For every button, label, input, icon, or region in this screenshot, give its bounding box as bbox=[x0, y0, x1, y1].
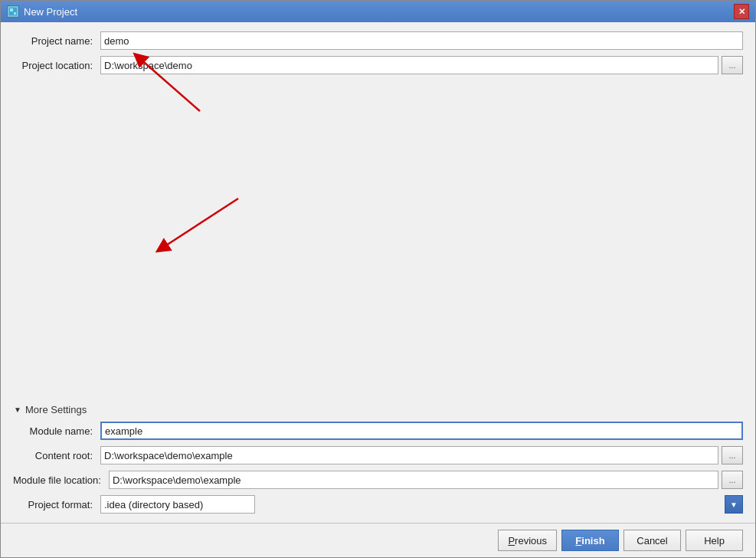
project-format-input[interactable] bbox=[100, 495, 255, 514]
project-name-label: Project name: bbox=[13, 35, 97, 47]
previous-button[interactable]: Previous bbox=[498, 530, 557, 551]
bottom-fields: ▼ More Settings Module name: Content roo… bbox=[1, 398, 755, 523]
content-root-input[interactable] bbox=[100, 446, 718, 464]
project-name-input[interactable] bbox=[100, 31, 743, 50]
module-file-location-row: Module file location: ... bbox=[13, 471, 743, 489]
middle-area bbox=[1, 80, 755, 398]
top-fields: Project name: Project location: ... bbox=[1, 22, 755, 80]
finish-button[interactable]: Finish bbox=[561, 530, 619, 551]
more-settings-label: More Settings bbox=[25, 404, 87, 415]
module-file-location-input[interactable] bbox=[109, 471, 718, 489]
previous-label: Previous bbox=[508, 535, 547, 547]
project-location-row: Project location: ... bbox=[13, 56, 743, 74]
svg-rect-1 bbox=[10, 8, 13, 11]
svg-rect-2 bbox=[14, 12, 16, 15]
project-location-label: Project location: bbox=[13, 60, 97, 71]
svg-line-4 bbox=[162, 199, 238, 248]
project-format-dropdown-button[interactable]: ▼ bbox=[725, 495, 743, 514]
project-format-row: Project format: ▼ bbox=[13, 495, 743, 514]
dialog-footer: Previous Finish Cancel Help bbox=[1, 523, 755, 557]
project-name-row: Project name: bbox=[13, 31, 743, 50]
module-name-label: Module name: bbox=[13, 425, 97, 437]
content-root-label: Content root: bbox=[13, 450, 97, 461]
dialog-window: New Project ✕ Project name: Project loca… bbox=[0, 0, 756, 558]
arrow-2 bbox=[123, 191, 261, 260]
project-location-input[interactable] bbox=[100, 56, 718, 74]
collapse-arrow-icon[interactable]: ▼ bbox=[13, 405, 22, 415]
window-icon bbox=[7, 5, 19, 18]
project-format-wrapper: ▼ bbox=[100, 495, 743, 514]
module-file-location-browse-button[interactable]: ... bbox=[722, 471, 743, 489]
cancel-button[interactable]: Cancel bbox=[623, 530, 681, 551]
finish-label: Finish bbox=[575, 535, 604, 547]
module-name-row: Module name: bbox=[13, 422, 743, 440]
help-button[interactable]: Help bbox=[686, 530, 743, 551]
content-root-browse-button[interactable]: ... bbox=[722, 446, 743, 464]
project-format-label: Project format: bbox=[13, 499, 97, 510]
module-file-location-label: Module file location: bbox=[13, 474, 106, 486]
module-name-input[interactable] bbox=[100, 422, 743, 440]
content-root-row: Content root: ... bbox=[13, 446, 743, 464]
title-bar-left: New Project bbox=[7, 5, 77, 18]
project-location-browse-button[interactable]: ... bbox=[722, 56, 743, 74]
more-settings-header: ▼ More Settings bbox=[13, 398, 743, 415]
close-button[interactable]: ✕ bbox=[734, 4, 749, 19]
window-title: New Project bbox=[24, 6, 77, 18]
title-bar: New Project ✕ bbox=[1, 1, 755, 22]
content-area: Project name: Project location: ... bbox=[1, 22, 755, 523]
